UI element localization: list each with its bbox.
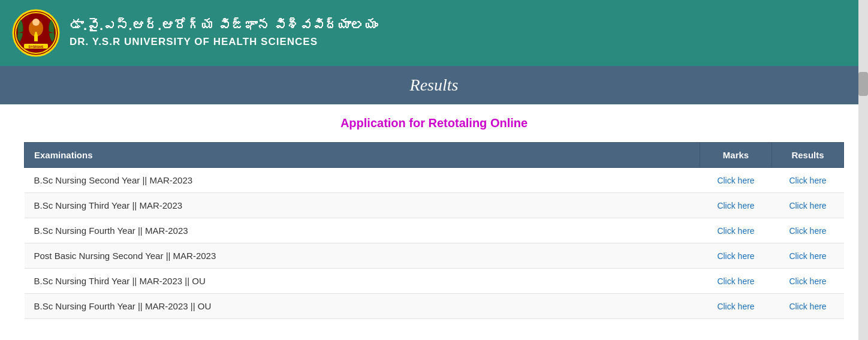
logo-area: DYSRUHS డా.వై.ఎస్.ఆర్.ఆరోగ్య విజ్ఞాన విశ… <box>12 9 378 57</box>
results-link-cell: Click here <box>772 269 844 294</box>
marks-link-cell: Click here <box>700 294 772 319</box>
table-body: B.Sc Nursing Second Year || MAR-2023Clic… <box>25 168 844 319</box>
examination-name: B.Sc Nursing Second Year || MAR-2023 <box>25 168 700 193</box>
results-link-cell: Click here <box>772 193 844 218</box>
marks-click-here-link[interactable]: Click here <box>717 201 754 210</box>
results-click-here-link[interactable]: Click here <box>789 201 826 210</box>
examination-name: B.Sc Nursing Third Year || MAR-2023 || O… <box>25 269 700 294</box>
col-marks-header: Marks <box>700 143 772 168</box>
results-click-here-link[interactable]: Click here <box>789 276 826 286</box>
site-header: DYSRUHS డా.వై.ఎస్.ఆర్.ఆరోగ్య విజ్ఞాన విశ… <box>0 0 868 66</box>
results-click-here-link[interactable]: Click here <box>789 251 826 261</box>
svg-text:DYSRUHS: DYSRUHS <box>29 45 44 49</box>
examination-name: Post Basic Nursing Second Year || MAR-20… <box>25 243 700 269</box>
col-examinations-header: Examinations <box>25 143 700 168</box>
table-header: Examinations Marks Results <box>25 143 844 168</box>
results-banner: Results <box>0 66 868 104</box>
svg-rect-4 <box>34 35 38 41</box>
university-name-block: డా.వై.ఎస్.ఆర్.ఆరోగ్య విజ్ఞాన విశ్వవిద్యా… <box>70 18 378 48</box>
col-results-header: Results <box>772 143 844 168</box>
table-row: B.Sc Nursing Third Year || MAR-2023Click… <box>25 193 844 218</box>
page-subtitle: Application for Retotaling Online <box>24 116 844 130</box>
results-link-cell: Click here <box>772 243 844 269</box>
examinations-table: Examinations Marks Results B.Sc Nursing … <box>24 142 844 319</box>
marks-click-here-link[interactable]: Click here <box>717 251 754 261</box>
university-telugu-name: డా.వై.ఎస్.ఆర్.ఆరోగ్య విజ్ఞాన విశ్వవిద్యా… <box>70 18 378 34</box>
marks-link-cell: Click here <box>700 193 772 218</box>
marks-click-here-link[interactable]: Click here <box>717 302 754 311</box>
examination-name: B.Sc Nursing Fourth Year || MAR-2023 || … <box>25 294 700 319</box>
results-click-here-link[interactable]: Click here <box>789 302 826 311</box>
svg-point-3 <box>32 19 40 26</box>
results-click-here-link[interactable]: Click here <box>789 226 826 236</box>
scrollbar-thumb[interactable] <box>858 72 868 96</box>
examination-name: B.Sc Nursing Third Year || MAR-2023 <box>25 193 700 218</box>
results-title: Results <box>0 76 868 95</box>
university-english-name: DR. Y.S.R UNIVERSITY OF HEALTH SCIENCES <box>70 36 378 48</box>
main-content: Application for Retotaling Online Examin… <box>0 104 868 331</box>
results-link-cell: Click here <box>772 168 844 193</box>
examination-name: B.Sc Nursing Fourth Year || MAR-2023 <box>25 218 700 243</box>
results-link-cell: Click here <box>772 218 844 243</box>
results-click-here-link[interactable]: Click here <box>789 176 826 185</box>
table-header-row: Examinations Marks Results <box>25 143 844 168</box>
marks-link-cell: Click here <box>700 218 772 243</box>
marks-link-cell: Click here <box>700 168 772 193</box>
marks-link-cell: Click here <box>700 269 772 294</box>
table-row: B.Sc Nursing Fourth Year || MAR-2023 || … <box>25 294 844 319</box>
table-row: B.Sc Nursing Fourth Year || MAR-2023Clic… <box>25 218 844 243</box>
marks-click-here-link[interactable]: Click here <box>717 176 754 185</box>
results-link-cell: Click here <box>772 294 844 319</box>
table-row: Post Basic Nursing Second Year || MAR-20… <box>25 243 844 269</box>
marks-click-here-link[interactable]: Click here <box>717 276 754 286</box>
table-row: B.Sc Nursing Third Year || MAR-2023 || O… <box>25 269 844 294</box>
scrollbar[interactable] <box>858 0 868 340</box>
university-emblem: DYSRUHS <box>12 9 60 57</box>
marks-link-cell: Click here <box>700 243 772 269</box>
table-row: B.Sc Nursing Second Year || MAR-2023Clic… <box>25 168 844 193</box>
marks-click-here-link[interactable]: Click here <box>717 226 754 236</box>
